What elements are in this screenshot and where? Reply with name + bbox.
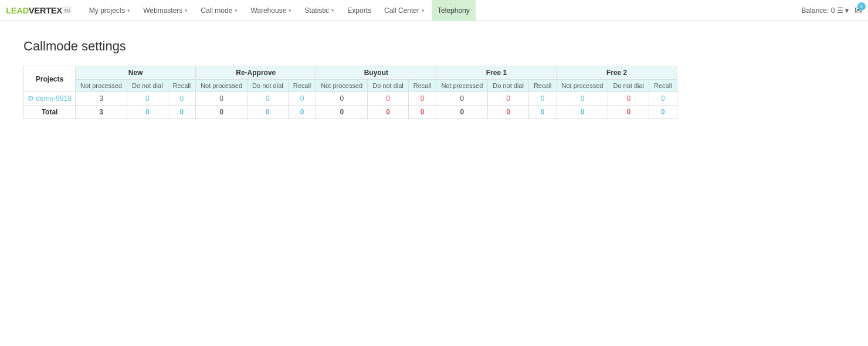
th-buyout-recall: Recall	[408, 80, 436, 92]
table-cell: 0	[557, 92, 608, 106]
page-content: Callmode settings Projects New Re-Approv…	[0, 21, 868, 137]
notification-bell[interactable]: ✉ 1	[855, 5, 862, 16]
chevron-down-icon: ▾	[331, 8, 334, 13]
th-group-buyout: Buyout	[316, 66, 436, 80]
table-cell: 0	[488, 92, 529, 106]
nav-items: My projects ▾ Webmasters ▾ Call mode ▾ W…	[83, 0, 802, 21]
th-group-free1: Free 1	[436, 66, 557, 80]
project-link[interactable]: demo-9918	[36, 94, 72, 103]
chevron-down-icon: ▾	[289, 8, 291, 13]
th-new-not-processed: Not processed	[76, 80, 127, 92]
total-label: Total	[24, 106, 76, 119]
logo-ru: ru	[63, 6, 72, 14]
nav-call-mode[interactable]: Call mode ▾	[195, 0, 243, 21]
page-title: Callmode settings	[23, 39, 845, 54]
th-group-free2: Free 2	[557, 66, 677, 80]
balance-display[interactable]: Balance: 0 ☰ ▾	[802, 6, 849, 15]
table-wrap: Projects New Re-Approve Buyout Free 1 Fr…	[23, 66, 845, 119]
notification-badge: 1	[857, 2, 866, 11]
table-cell: 0	[528, 92, 557, 106]
table-cell: 0	[649, 92, 677, 106]
gear-icon[interactable]: ⚙	[28, 94, 36, 103]
th-reapprove-recall: Recall	[288, 80, 316, 92]
logo[interactable]: LEADVERTEXru	[6, 5, 72, 15]
table-cell: 0	[316, 92, 368, 106]
th-free2-recall: Recall	[649, 80, 677, 92]
th-free2-do-not-dial: Do not dial	[608, 80, 649, 92]
table-cell: 0	[168, 92, 196, 106]
table-cell: 0	[127, 92, 168, 106]
chevron-down-icon: ▾	[422, 8, 425, 13]
table-cell: 0	[368, 92, 409, 106]
nav-exports[interactable]: Exports	[341, 0, 377, 21]
total-cell: 0	[247, 106, 289, 119]
navbar: LEADVERTEXru My projects ▾ Webmasters ▾ …	[0, 0, 868, 21]
total-cell: 3	[76, 106, 127, 119]
th-group-reapprove: Re-Approve	[196, 66, 316, 80]
th-free1-recall: Recall	[528, 80, 557, 92]
table-cell: 3	[76, 92, 127, 106]
total-cell: 0	[196, 106, 247, 119]
total-cell: 0	[649, 106, 677, 119]
logo-lead: LEAD	[6, 5, 29, 15]
nav-warehouse[interactable]: Warehouse ▾	[245, 0, 297, 21]
total-cell: 0	[168, 106, 196, 119]
th-free2-not-processed: Not processed	[557, 80, 608, 92]
th-reapprove-do-not-dial: Do not dial	[247, 80, 289, 92]
chevron-down-icon: ▾	[127, 8, 130, 13]
total-cell: 0	[557, 106, 608, 119]
subheader-row: Not processed Do not dial Recall Not pro…	[24, 80, 677, 92]
logo-vertex: VERTEX	[29, 5, 62, 15]
th-free1-not-processed: Not processed	[436, 80, 488, 92]
table-cell: 0	[247, 92, 289, 106]
th-projects: Projects	[24, 66, 76, 92]
chevron-down-icon: ▾	[185, 8, 188, 13]
total-cell: 0	[408, 106, 436, 119]
nav-telephony[interactable]: Telephony	[432, 0, 476, 21]
table-row: ⚙ demo-9918300000000000000	[24, 92, 677, 106]
th-free1-do-not-dial: Do not dial	[488, 80, 529, 92]
table-cell: 0	[408, 92, 436, 106]
th-buyout-do-not-dial: Do not dial	[368, 80, 409, 92]
nav-call-center[interactable]: Call Center ▾	[378, 0, 430, 21]
total-cell: 0	[436, 106, 488, 119]
nav-webmasters[interactable]: Webmasters ▾	[137, 0, 194, 21]
th-new-do-not-dial: Do not dial	[127, 80, 168, 92]
nav-my-projects[interactable]: My projects ▾	[83, 0, 136, 21]
nav-statistic[interactable]: Statistic ▾	[299, 0, 340, 21]
total-cell: 0	[288, 106, 316, 119]
th-new-recall: Recall	[168, 80, 196, 92]
total-cell: 0	[488, 106, 529, 119]
total-row: Total300000000000000	[24, 106, 677, 119]
th-reapprove-not-processed: Not processed	[196, 80, 247, 92]
table-cell: 0	[196, 92, 247, 106]
total-cell: 0	[127, 106, 168, 119]
callmode-table: Projects New Re-Approve Buyout Free 1 Fr…	[23, 66, 677, 119]
total-cell: 0	[368, 106, 409, 119]
table-cell: 0	[436, 92, 488, 106]
total-cell: 0	[528, 106, 557, 119]
chevron-down-icon: ▾	[235, 8, 238, 13]
th-group-new: New	[76, 66, 196, 80]
total-cell: 0	[608, 106, 649, 119]
th-buyout-not-processed: Not processed	[316, 80, 368, 92]
table-cell: 0	[288, 92, 316, 106]
nav-right: Balance: 0 ☰ ▾ ✉ 1	[802, 5, 862, 16]
total-cell: 0	[316, 106, 368, 119]
table-cell: 0	[608, 92, 649, 106]
